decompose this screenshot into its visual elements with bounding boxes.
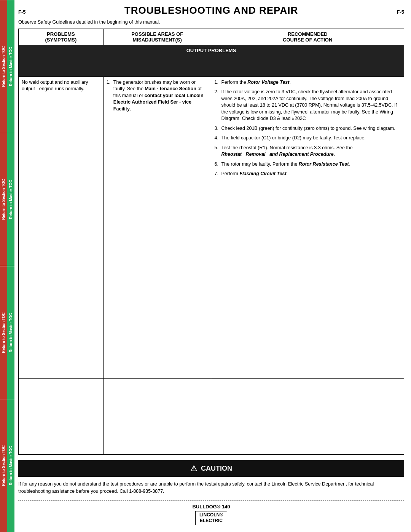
- master-toc-tab-4[interactable]: Return to Master TOC: [7, 399, 14, 532]
- action-text-1: Perform the Rotor Voltage Test.: [221, 79, 290, 86]
- action-text-7: Perform Flashing Circuit Test.: [221, 171, 288, 177]
- empty-row-1: [19, 379, 404, 455]
- action-num-3: 3.: [214, 125, 221, 132]
- empty-cell-2: [103, 379, 211, 455]
- section-toc-tab-4[interactable]: Return to Section TOC: [0, 399, 7, 532]
- master-toc-tab-2[interactable]: Return to Master TOC: [7, 133, 14, 266]
- misadjust-text-1: The generator brushes may be worn or fau…: [113, 79, 208, 113]
- caution-text: If for any reason you do not understand …: [18, 481, 404, 495]
- empty-cell-1: [19, 379, 104, 455]
- lincoln-logo-line1: LINCOLN®: [199, 512, 223, 518]
- page-number-left: F-5: [18, 9, 26, 15]
- action-item-1: 1. Perform the Rotor Voltage Test.: [214, 79, 401, 86]
- action-text-3: Check lead 201B (green) for continuity (…: [221, 125, 395, 132]
- action-item-3: 3. Check lead 201B (green) for continuit…: [214, 125, 401, 132]
- lincoln-logo: LINCOLN® ELECTRIC: [195, 511, 227, 525]
- action-text-2: If the rotor voltage is zero to 3 VDC, c…: [221, 89, 401, 122]
- action-num-7: 7.: [214, 171, 221, 177]
- action-item-4: 4. The field capacitor (C1) or bridge (D…: [214, 135, 401, 142]
- page-number-right: F-5: [397, 9, 405, 15]
- action-num-4: 4.: [214, 135, 221, 142]
- section-toc-tab-3[interactable]: Return to Section TOC: [0, 266, 7, 399]
- action-item-6: 6. The rotor may be faulty. Perform the …: [214, 161, 401, 168]
- footer: BULLDOG® 140 LINCOLN® ELECTRIC: [18, 500, 404, 525]
- safety-note: Observe Safety Guidelines detailed in th…: [18, 19, 404, 25]
- page-title: TROUBLESHOOTING AND REPAIR: [26, 5, 397, 16]
- empty-cell-3: [211, 379, 404, 455]
- lincoln-logo-line2: ELECTRIC: [200, 518, 223, 524]
- action-num-1: 1.: [214, 79, 221, 86]
- main-content: F-5 TROUBLESHOOTING AND REPAIR F-5 Obser…: [14, 0, 411, 532]
- action-item-7: 7. Perform Flashing Circuit Test.: [214, 171, 401, 177]
- section-toc-strip[interactable]: Return to Section TOC Return to Section …: [0, 0, 7, 532]
- section-header-cell: OUTPUT PROBLEMS: [19, 45, 404, 77]
- master-toc-tab-3[interactable]: Return to Master TOC: [7, 266, 14, 399]
- col-header-misadjust: POSSIBLE AREAS OF MISADJUSTMENT(S): [103, 29, 211, 45]
- action-text-4: The field capacitor (C1) or bridge (D2) …: [221, 135, 366, 142]
- section-header-row: OUTPUT PROBLEMS: [19, 45, 404, 77]
- troubleshooting-table: PROBLEMS (SYMPTOMS) POSSIBLE AREAS OF MI…: [18, 29, 404, 455]
- misadjust-cell: 1. The generator brushes may be worn or …: [103, 77, 211, 378]
- col-header-recommended: RECOMMENDED COURSE OF ACTION: [211, 29, 404, 45]
- caution-triangle-icon: ⚠: [190, 464, 197, 473]
- misadjust-num-1: 1.: [107, 79, 113, 86]
- master-toc-tab-1[interactable]: Return to Master TOC: [7, 0, 14, 133]
- action-num-6: 6.: [214, 161, 221, 168]
- left-nav: Return to Section TOC Return to Section …: [0, 0, 14, 532]
- footer-brand: BULLDOG® 140: [18, 504, 404, 510]
- action-item-5: 5. Test the rheostat (R1). Normal resist…: [214, 145, 401, 158]
- master-toc-strip[interactable]: Return to Master TOC Return to Master TO…: [7, 0, 14, 532]
- caution-label: CAUTION: [201, 465, 232, 473]
- symptom-cell: No weld output and no auxiliary output -…: [19, 77, 104, 378]
- recommended-cell: 1. Perform the Rotor Voltage Test. 2. If…: [211, 77, 404, 378]
- action-text-5: Test the rheostat (R1). Normal resistanc…: [221, 145, 401, 158]
- action-num-2: 2.: [214, 89, 221, 96]
- misadjust-item-1: 1. The generator brushes may be worn or …: [107, 79, 208, 113]
- col-header-problems: PROBLEMS (SYMPTOMS): [19, 29, 104, 45]
- section-toc-tab-1[interactable]: Return to Section TOC: [0, 0, 7, 133]
- table-row: No weld output and no auxiliary output -…: [19, 77, 404, 378]
- page-header: F-5 TROUBLESHOOTING AND REPAIR F-5: [18, 5, 404, 16]
- action-text-6: The rotor may be faulty. Perform the Rot…: [221, 161, 350, 168]
- section-toc-tab-2[interactable]: Return to Section TOC: [0, 133, 7, 266]
- action-item-2: 2. If the rotor voltage is zero to 3 VDC…: [214, 89, 401, 122]
- action-num-5: 5.: [214, 145, 221, 152]
- caution-box: ⚠ CAUTION: [18, 460, 404, 477]
